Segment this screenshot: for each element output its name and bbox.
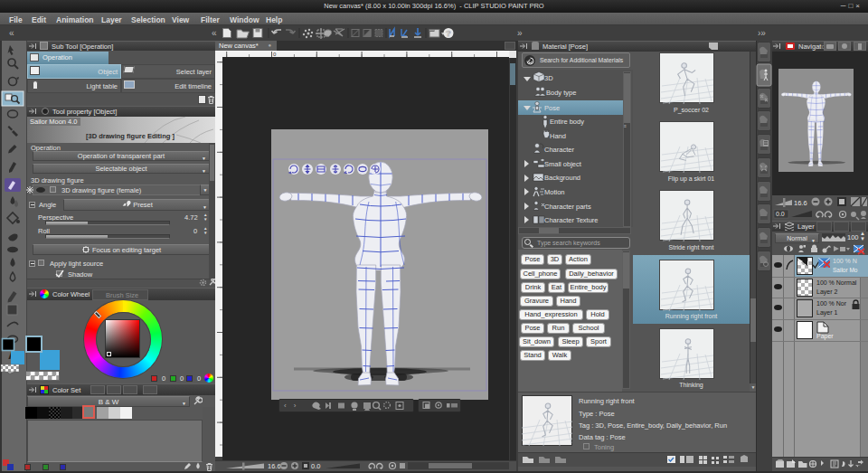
svg-text:0.0: 0.0 xyxy=(776,211,785,217)
svg-text:16.6: 16.6 xyxy=(794,199,807,207)
svg-text:16.6: 16.6 xyxy=(268,462,281,470)
svg-text:0.0: 0.0 xyxy=(311,462,320,470)
svg-text:?: ? xyxy=(446,28,451,38)
